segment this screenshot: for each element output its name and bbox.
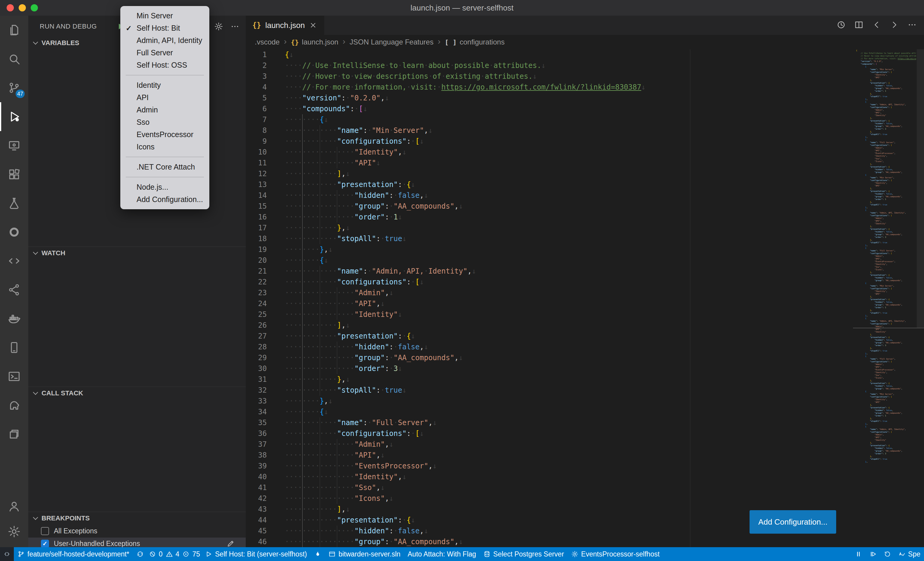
close-tab-button[interactable] xyxy=(309,21,317,30)
status-continue[interactable] xyxy=(866,547,880,561)
code-line[interactable]: 10················"Identity",↓ xyxy=(246,147,852,157)
breadcrumb-configurations[interactable]: [ ]configurations xyxy=(444,38,504,46)
activity-rest-client[interactable] xyxy=(0,247,28,275)
status-solution[interactable]: bitwarden-server.sln xyxy=(325,547,404,561)
code-line[interactable]: 18············"stopAll":·true↓ xyxy=(246,233,852,244)
status-pause[interactable] xyxy=(851,547,866,561)
code-line[interactable]: 37················"Admin",↓ xyxy=(246,439,852,450)
breadcrumb-json-language-features[interactable]: JSON Language Features xyxy=(350,38,434,46)
close-window-button[interactable] xyxy=(7,4,14,11)
code-line[interactable]: 36············"configurations":·[↓ xyxy=(246,428,852,439)
edit-breakpoint-button[interactable] xyxy=(226,539,235,547)
code-line[interactable]: 41················"Sso",↓ xyxy=(246,482,852,493)
code-line[interactable]: 40················"Identity",↓ xyxy=(246,471,852,482)
code-line[interactable]: 9············"configurations":·[↓ xyxy=(246,136,852,147)
code-line[interactable]: 7········{↓ xyxy=(246,114,852,125)
activity-live-share[interactable] xyxy=(0,275,28,304)
menu-item-min-server[interactable]: Min Server xyxy=(120,10,209,22)
menu-item-admin-api-identity[interactable]: Admin, API, Identity xyxy=(120,34,209,46)
code-line[interactable]: 3····//·Hover·to·view·descriptions·of·ex… xyxy=(246,71,852,82)
more-actions-button[interactable] xyxy=(908,20,917,31)
code-line[interactable]: 4····//·For·more·information,·visit:·htt… xyxy=(246,82,852,93)
menu-item-api[interactable]: API xyxy=(120,91,209,104)
menu-item-add-configuration[interactable]: Add Configuration... xyxy=(120,193,209,206)
status-info-count[interactable]: 75 xyxy=(181,547,201,561)
unchecked-checkbox[interactable] xyxy=(41,527,49,535)
activity-explorer[interactable] xyxy=(0,16,28,45)
code-line[interactable]: 31············},↓ xyxy=(246,374,852,385)
tab-launch-json[interactable]: {} launch.json xyxy=(246,16,324,35)
code-line[interactable]: 21············"name":·"Admin,·API,·Ident… xyxy=(246,266,852,277)
code-line[interactable]: 11················"API"↓ xyxy=(246,157,852,168)
status-hot-reload[interactable] xyxy=(310,547,325,561)
activity-window-layout[interactable] xyxy=(0,420,28,449)
breadcrumb-vscode[interactable]: .vscode xyxy=(255,38,280,46)
section-call-stack[interactable]: CALL STACK xyxy=(28,387,246,399)
activity-search[interactable] xyxy=(0,45,28,73)
status-restart[interactable] xyxy=(880,547,894,561)
status-spell-checker[interactable]: Spe xyxy=(894,547,924,561)
section-breakpoints[interactable]: BREAKPOINTS xyxy=(28,512,246,524)
activity-docker[interactable] xyxy=(0,304,28,333)
code-line[interactable]: 23················"Admin",↓ xyxy=(246,287,852,298)
menu-item-icons[interactable]: Icons xyxy=(120,141,209,153)
code-line[interactable]: 20········{↓ xyxy=(246,255,852,266)
activity-source-control[interactable]: 47 xyxy=(0,73,28,102)
code-line[interactable]: 17············},↓ xyxy=(246,223,852,233)
code-line[interactable]: 28················"hidden":·false,↓ xyxy=(246,341,852,352)
activity-manage[interactable] xyxy=(0,519,28,544)
activity-mobile-view[interactable] xyxy=(0,333,28,362)
code-line[interactable]: 22············"configurations":·[↓ xyxy=(246,277,852,287)
code-line[interactable]: 15················"group":·"AA_compounds… xyxy=(246,201,852,212)
menu-item-node-js[interactable]: Node.js... xyxy=(120,181,209,193)
code-line[interactable]: 24················"API",↓ xyxy=(246,298,852,309)
breakpoint-all-exceptions[interactable]: All Exceptions xyxy=(28,525,246,537)
activity-postgresql[interactable] xyxy=(0,391,28,420)
status-events-processor[interactable]: EventsProcessor-selfhost xyxy=(568,547,663,561)
code-line[interactable]: 5····"version":·"0.2.0",↓ xyxy=(246,93,852,103)
section-watch[interactable]: WATCH xyxy=(28,247,246,259)
activity-remote-explorer[interactable] xyxy=(0,131,28,160)
views-more-actions-button[interactable] xyxy=(230,22,239,31)
code-line[interactable]: 6····"compounds":·[↓ xyxy=(246,103,852,114)
code-line[interactable]: 13············"presentation":·{↓ xyxy=(246,179,852,190)
code-line[interactable]: 26············],↓ xyxy=(246,320,852,331)
code-line[interactable]: 14················"hidden":·false,↓ xyxy=(246,190,852,201)
editor-scrollbar[interactable] xyxy=(917,49,924,547)
code-line[interactable]: 34········{↓ xyxy=(246,407,852,417)
code-line[interactable]: 27············"presentation":·{↓ xyxy=(246,331,852,341)
menu-item-eventsprocessor[interactable]: EventsProcessor xyxy=(120,129,209,141)
activity-run-and-debug[interactable] xyxy=(0,102,28,131)
zoom-window-button[interactable] xyxy=(31,4,38,11)
status-errors[interactable]: 0 xyxy=(147,547,164,561)
status-git-branch[interactable]: feature/self-hosted-development* xyxy=(14,547,133,561)
add-configuration-button[interactable]: Add Configuration... xyxy=(750,510,836,534)
status-auto-attach[interactable]: Auto Attach: With Flag xyxy=(404,547,480,561)
code-line[interactable]: 38················"API",↓ xyxy=(246,450,852,461)
activity-accounts[interactable] xyxy=(0,494,28,519)
activity-testing[interactable] xyxy=(0,189,28,218)
navigate-back-button[interactable] xyxy=(872,20,881,31)
code-line[interactable]: 16················"order":·1↓ xyxy=(246,212,852,223)
menu-item-sso[interactable]: Sso xyxy=(120,116,209,129)
code-line[interactable]: 29················"group":·"AA_compounds… xyxy=(246,352,852,363)
code-line[interactable]: 35············"name":·"Full·Server",↓ xyxy=(246,417,852,428)
code-line[interactable]: 25················"Identity"↓ xyxy=(246,309,852,320)
menu-item-full-server[interactable]: Full Server xyxy=(120,46,209,59)
menu-item-net-core-attach[interactable]: .NET Core Attach xyxy=(120,161,209,173)
navigate-forward-button[interactable] xyxy=(890,20,899,31)
open-launch-json-button[interactable] xyxy=(214,22,223,31)
status-postgres-server[interactable]: Select Postgres Server xyxy=(480,547,568,561)
code-editor[interactable]: 1{↓2····//·Use·IntelliSense·to·learn·abo… xyxy=(246,49,924,547)
breadcrumb-launch-json[interactable]: {}launch.json xyxy=(291,38,338,46)
code-line[interactable]: 32············"stopAll":·true↓ xyxy=(246,385,852,396)
menu-item-self-host-bit[interactable]: ✓Self Host: Bit xyxy=(120,22,209,34)
minimize-window-button[interactable] xyxy=(19,4,26,11)
status-warnings[interactable]: 4 xyxy=(164,547,181,561)
code-line[interactable]: 1{↓ xyxy=(246,49,852,60)
code-line[interactable]: 12············],↓ xyxy=(246,168,852,179)
code-line[interactable]: 33········},↓ xyxy=(246,396,852,407)
minimap[interactable]: { // Use IntelliSense to learn about pos… xyxy=(856,49,916,547)
activity-terminal[interactable] xyxy=(0,362,28,391)
activity-extensions[interactable] xyxy=(0,160,28,189)
